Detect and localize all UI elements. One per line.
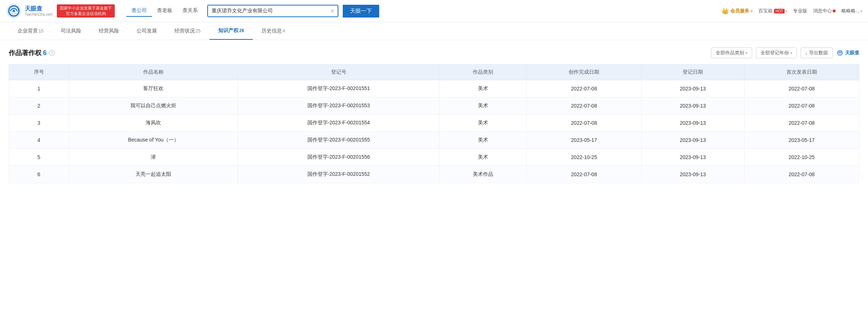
cell-reg-date: 2023-09-13 <box>641 132 744 149</box>
col-header-index: 序号 <box>9 65 69 80</box>
tab-judicial-risk[interactable]: 司法风险 <box>52 23 90 39</box>
header: 天眼查 TianYanCha.com 国家中小企业发展子基金旗下 官方备案企业征… <box>0 0 868 22</box>
header-right: 👑 会员服务 ▾ 百宝箱 HOT ▾ 专业版 消息中心 略略略... ▾ <box>722 8 862 15</box>
col-header-creation-date: 创作完成日期 <box>527 65 641 80</box>
vip-service-button[interactable]: 👑 会员服务 ▾ <box>722 8 753 15</box>
hot-badge: HOT <box>774 9 785 13</box>
search-input[interactable] <box>208 5 327 16</box>
table-row: 5 潜 国作登字-2023-F-00201556 美术 2022-10-25 2… <box>9 149 859 166</box>
svg-point-5 <box>840 53 841 54</box>
col-header-category: 作品类别 <box>439 65 527 80</box>
vip-chevron-icon: ▾ <box>751 9 753 13</box>
cell-reg-no: 国作登字-2023-F-00201554 <box>238 115 439 132</box>
filter-category-button[interactable]: 全部作品类别 ▾ <box>711 47 752 58</box>
tab-operational-status[interactable]: 经营状况25 <box>166 23 209 39</box>
table-row: 1 客厅狂欢 国作登字-2023-F-00201551 美术 2022-07-0… <box>9 80 859 97</box>
col-header-reg-date: 登记日期 <box>641 65 744 80</box>
tab-operational-risk[interactable]: 经营风险 <box>90 23 128 39</box>
cell-category: 美术 <box>439 80 527 97</box>
cell-pub-date: 2022-07-08 <box>744 97 859 115</box>
cell-category: 美术 <box>439 149 527 166</box>
pro-version-button[interactable]: 专业版 <box>793 8 807 14</box>
cell-index: 4 <box>9 132 69 149</box>
cell-category: 美术 <box>439 115 527 132</box>
cell-reg-no: 国作登字-2023-F-00201551 <box>238 80 439 97</box>
logo-name-en: TianYanCha.com <box>25 12 52 17</box>
cell-reg-date: 2023-09-13 <box>641 115 744 132</box>
baobao-button[interactable]: 百宝箱 HOT ▾ <box>758 8 787 14</box>
help-icon[interactable]: ? <box>49 50 55 56</box>
export-button[interactable]: ↓ 导出数据 <box>801 47 833 58</box>
cell-name: 客厅狂欢 <box>69 80 238 97</box>
cell-name: 我可以自己点燃火炬 <box>69 97 238 115</box>
tab-historical-info[interactable]: 历史信息4 <box>253 23 294 39</box>
message-center-button[interactable]: 消息中心 <box>813 8 836 14</box>
filter-year-chevron-icon: ▾ <box>790 51 792 55</box>
download-icon: ↓ <box>805 50 808 56</box>
cell-reg-date: 2023-09-13 <box>641 166 744 183</box>
search-tab-company[interactable]: 查公司 <box>126 5 152 17</box>
filter-chevron-icon: ▾ <box>746 51 747 55</box>
tab-intellectual-property[interactable]: 知识产权26 <box>209 22 253 40</box>
cell-index: 2 <box>9 97 69 115</box>
crown-icon: 👑 <box>722 8 729 15</box>
cell-pub-date: 2022-07-08 <box>744 166 859 183</box>
banner-badge: 国家中小企业发展子基金旗下 官方备案企业征信机构 <box>57 4 115 18</box>
cell-reg-no: 国作登字-2023-F-00201552 <box>238 166 439 183</box>
search-clear-icon[interactable]: ✕ <box>327 8 338 15</box>
cell-creation-date: 2023-05-17 <box>527 132 641 149</box>
tab-company-development[interactable]: 公司发展 <box>128 23 166 39</box>
section-count: 6 <box>43 49 47 57</box>
logo-name-cn: 天眼查 <box>25 5 52 12</box>
cell-pub-date: 2023-05-17 <box>744 132 859 149</box>
table-row: 3 海风吹 国作登字-2023-F-00201554 美术 2022-07-08… <box>9 115 859 132</box>
cell-creation-date: 2022-10-25 <box>527 149 641 166</box>
cell-creation-date: 2022-07-08 <box>527 166 641 183</box>
filter-year-button[interactable]: 全部登记年份 ▾ <box>756 47 797 58</box>
cell-index: 5 <box>9 149 69 166</box>
table-row: 6 天亮一起追太阳 国作登字-2023-F-00201552 美术作品 2022… <box>9 166 859 183</box>
cell-creation-date: 2022-07-08 <box>527 80 641 97</box>
cell-reg-date: 2023-09-13 <box>641 80 744 97</box>
search-tabs: 查公司 查老板 查关系 <box>126 5 203 17</box>
baobao-chevron-icon: ▾ <box>785 9 787 13</box>
copyright-table: 序号 作品名称 登记号 作品类别 创作完成日期 登记日期 首次发表日期 1 客厅… <box>9 64 859 183</box>
logo-icon <box>6 3 22 19</box>
section-header: 作品著作权 6 ? 全部作品类别 ▾ 全部登记年份 ▾ ↓ 导出数据 <box>9 47 859 58</box>
cell-name: 潜 <box>69 149 238 166</box>
table-row: 2 我可以自己点燃火炬 国作登字-2023-F-00201553 美术 2022… <box>9 97 859 115</box>
cell-category: 美术 <box>439 97 527 115</box>
more-chevron-icon: ▾ <box>860 9 862 13</box>
logo-text: 天眼查 TianYanCha.com <box>25 5 52 16</box>
cell-reg-no: 国作登字-2023-F-00201555 <box>238 132 439 149</box>
search-tab-boss[interactable]: 查老板 <box>152 5 177 17</box>
cell-pub-date: 2022-07-08 <box>744 115 859 132</box>
search-box: ✕ <box>207 5 338 17</box>
cell-name: 天亮一起追太阳 <box>69 166 238 183</box>
cell-index: 6 <box>9 166 69 183</box>
table-row: 4 Because of You（一） 国作登字-2023-F-00201555… <box>9 132 859 149</box>
section-title: 作品著作权 <box>9 49 42 57</box>
tianyacha-watermark: 天眼查 <box>836 49 859 57</box>
cell-category: 美术作品 <box>439 166 527 183</box>
cell-pub-date: 2022-10-25 <box>744 149 859 166</box>
search-tab-relation[interactable]: 查关系 <box>177 5 203 17</box>
col-header-pub-date: 首次发表日期 <box>744 65 859 80</box>
cell-reg-date: 2023-09-13 <box>641 97 744 115</box>
cell-index: 1 <box>9 80 69 97</box>
search-button[interactable]: 天眼一下 <box>343 5 379 18</box>
cell-index: 3 <box>9 115 69 132</box>
logo-area: 天眼查 TianYanCha.com <box>6 3 52 19</box>
cell-reg-date: 2023-09-13 <box>641 149 744 166</box>
cell-reg-no: 国作登字-2023-F-00201553 <box>238 97 439 115</box>
nav-tabs: 企业背景15 司法风险 经营风险 公司发展 经营状况25 知识产权26 历史信息… <box>0 22 868 40</box>
col-header-name: 作品名称 <box>69 65 238 80</box>
cell-pub-date: 2022-07-08 <box>744 80 859 97</box>
cell-category: 美术 <box>439 132 527 149</box>
cell-name: Because of You（一） <box>69 132 238 149</box>
watermark-logo-icon <box>836 49 844 57</box>
more-menu-button[interactable]: 略略略... ▾ <box>841 8 862 14</box>
tab-enterprise-background[interactable]: 企业背景15 <box>9 23 52 39</box>
table-header-row: 序号 作品名称 登记号 作品类别 创作完成日期 登记日期 首次发表日期 <box>9 65 859 80</box>
notification-dot <box>833 9 836 12</box>
